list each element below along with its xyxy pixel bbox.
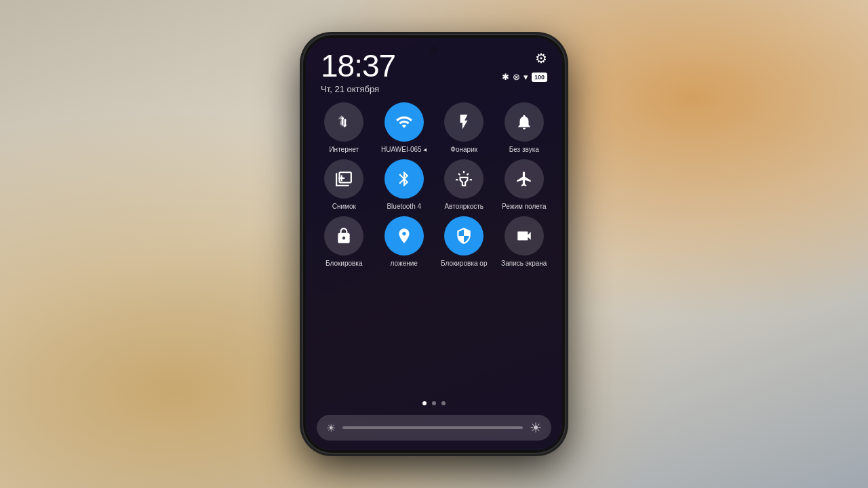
date-display: Чт, 21 октября (321, 84, 395, 94)
status-icons: ✱ ⊗ ▾ 100 (502, 72, 547, 82)
privacylock-icon (444, 216, 484, 256)
quick-settings: Интернет HUAWEI-065 ◂ (306, 94, 562, 396)
screenshot-label: Снимок (332, 203, 356, 211)
silent-label: Без звука (509, 146, 539, 154)
bluetooth-status-icon: ✱ (502, 72, 509, 82)
autobrightness-label: Автояркость (444, 203, 484, 211)
internet-label: Интернет (329, 146, 359, 154)
silent-icon (505, 102, 544, 142)
tile-privacylock[interactable]: Блокировка ор (437, 216, 492, 268)
flashlight-icon (444, 102, 484, 142)
dot-2 (432, 401, 436, 405)
tile-lockscreen[interactable]: Блокировка (317, 216, 372, 268)
privacylock-label: Блокировка ор (441, 260, 487, 268)
top-right: ⚙ ✱ ⊗ ▾ 100 (502, 50, 547, 82)
tile-silent[interactable]: Без звука (497, 102, 552, 154)
brightness-min-icon: ☀ (326, 422, 336, 434)
location-label: ложение (391, 260, 418, 268)
phone-body: 18:37 Чт, 21 октября ⚙ ✱ ⊗ ▾ 100 (302, 34, 566, 454)
tile-bluetooth[interactable]: Bluetooth 4 (377, 159, 432, 211)
tile-screenshot[interactable]: Снимок (317, 159, 372, 211)
tile-autobrightness[interactable]: Автояркость (437, 159, 492, 211)
wifi-icon (384, 102, 424, 142)
wifi-label: HUAWEI-065 ◂ (381, 146, 427, 154)
flashlight-label: Фонарик (450, 146, 477, 154)
screenrecord-label: Запись экрана (501, 260, 547, 268)
brightness-track[interactable] (342, 426, 523, 429)
tile-screenrecord[interactable]: Запись экрана (497, 216, 552, 268)
tile-flashlight[interactable]: Фонарик (437, 102, 492, 154)
screenshot-icon (324, 159, 363, 199)
sim-status-icon: ⊗ (513, 72, 520, 82)
tile-location[interactable]: ложение (377, 216, 432, 268)
phone-screen: 18:37 Чт, 21 октября ⚙ ✱ ⊗ ▾ 100 (306, 38, 562, 450)
battery-icon: 100 (532, 73, 547, 82)
airplane-label: Режим полета (502, 203, 546, 211)
qs-row-1: Интернет HUAWEI-065 ◂ (317, 102, 551, 154)
settings-icon[interactable]: ⚙ (535, 50, 547, 66)
time-date: 18:37 Чт, 21 октября (321, 50, 395, 94)
airplane-icon (505, 159, 544, 199)
bluetooth-tile-icon (384, 159, 424, 199)
dot-3 (441, 401, 446, 405)
bluetooth-label: Bluetooth 4 (387, 203, 421, 211)
qs-row-3: Блокировка ложение (317, 216, 551, 268)
brightness-max-icon: ☀ (530, 420, 542, 436)
tile-airplane[interactable]: Режим полета (497, 159, 552, 211)
page-dots (306, 396, 562, 411)
tile-internet[interactable]: Интернет (317, 102, 372, 154)
brightness-bar[interactable]: ☀ ☀ (317, 415, 551, 441)
dot-1 (422, 401, 427, 405)
autobrightness-icon (444, 159, 484, 199)
screenrecord-icon (505, 216, 544, 256)
location-icon (384, 216, 424, 256)
notification-panel: 18:37 Чт, 21 октября ⚙ ✱ ⊗ ▾ 100 (306, 38, 562, 450)
lockscreen-label: Блокировка (326, 260, 363, 268)
internet-icon (324, 102, 363, 142)
phone-wrapper: 18:37 Чт, 21 октября ⚙ ✱ ⊗ ▾ 100 (271, 14, 597, 474)
qs-row-2: Снимок Bluetooth 4 (317, 159, 551, 211)
status-bar: 18:37 Чт, 21 октября ⚙ ✱ ⊗ ▾ 100 (306, 38, 562, 94)
wifi-status-icon: ▾ (524, 72, 528, 82)
time-display: 18:37 (321, 50, 395, 81)
lockscreen-icon (324, 216, 363, 256)
tile-wifi[interactable]: HUAWEI-065 ◂ (377, 102, 432, 154)
